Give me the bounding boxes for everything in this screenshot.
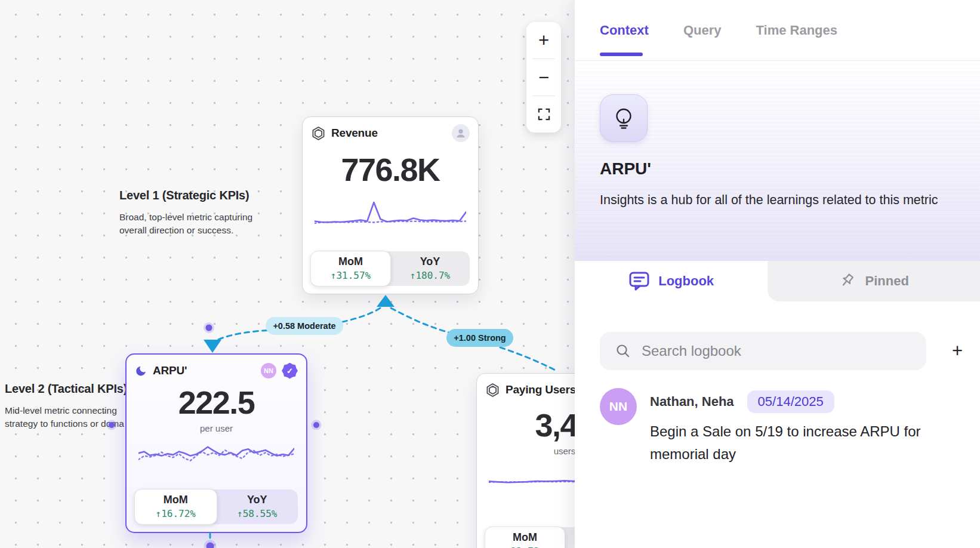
verified-badge-icon: ✓ bbox=[282, 363, 298, 379]
logbook-entry[interactable]: NN Nathan, Neha 05/14/2025 Begin a Sale … bbox=[575, 388, 980, 466]
zoom-out-button[interactable]: − bbox=[526, 59, 561, 96]
hexagon-icon bbox=[311, 126, 326, 141]
card-title: Revenue bbox=[331, 127, 378, 140]
card-title: ARPU' bbox=[153, 364, 187, 377]
mom-stat[interactable]: MoM ↑16.72% bbox=[134, 489, 217, 525]
panel-tab-bar: Context Query Time Ranges bbox=[575, 0, 980, 61]
search-icon bbox=[615, 343, 631, 359]
mom-stat[interactable]: MoM ↑31.57% bbox=[310, 251, 391, 287]
level-2-description: Mid-level metric connecting strategy to … bbox=[5, 404, 131, 430]
metric-context-hero: ARPU' Insights is a hub for all of the l… bbox=[575, 61, 980, 261]
metric-value: 3,49 bbox=[485, 408, 575, 442]
tab-time-ranges[interactable]: Time Ranges bbox=[756, 0, 837, 60]
metric-value: 222.5 bbox=[135, 385, 298, 420]
owner-avatar-badge: NN bbox=[261, 363, 276, 378]
yoy-stat[interactable] bbox=[565, 527, 575, 548]
arpu-sparkline bbox=[138, 438, 294, 469]
card-title: Paying Users' bbox=[506, 383, 575, 396]
metric-unit: per user bbox=[135, 423, 298, 433]
fit-view-button[interactable] bbox=[526, 96, 561, 133]
pinned-tab-label: Pinned bbox=[865, 273, 908, 289]
level-2-title: Level 2 (Tactical KPIs) bbox=[5, 382, 131, 396]
metric-card-paying-users[interactable]: Paying Users' 3,49 users MoM ↑12.72% bbox=[476, 373, 575, 548]
tab-pinned[interactable]: Pinned bbox=[768, 261, 980, 301]
zoom-toolbar: + − bbox=[526, 22, 561, 133]
context-panel: Context Query Time Ranges ARPU' Insights… bbox=[575, 0, 980, 548]
zoom-in-button[interactable]: + bbox=[526, 22, 561, 59]
correlation-label-strong[interactable]: +1.00 Strong bbox=[446, 329, 513, 347]
metric-card-revenue[interactable]: Revenue 776.8K MoM ↑31.57% YoY bbox=[302, 116, 479, 294]
level-1-description: Broad, top-level metric capturing overal… bbox=[119, 211, 263, 237]
logbook-tab-label: Logbook bbox=[658, 273, 714, 289]
metric-name-heading: ARPU' bbox=[600, 159, 651, 178]
level-2-annotation: Level 2 (Tactical KPIs) Mid-level metric… bbox=[5, 382, 131, 430]
logbook-search[interactable] bbox=[600, 332, 926, 370]
yoy-stat[interactable]: YoY ↑58.55% bbox=[217, 489, 298, 524]
fullscreen-icon bbox=[538, 108, 550, 121]
stat-toggle: MoM ↑31.57% YoY ↑180.7% bbox=[311, 251, 470, 286]
search-input[interactable] bbox=[640, 342, 914, 360]
tab-query[interactable]: Query bbox=[683, 0, 722, 60]
entry-text: Begin a Sale on 5/19 to increase ARPU fo… bbox=[650, 420, 963, 466]
moon-icon bbox=[135, 365, 147, 377]
correlation-label-moderate[interactable]: +0.58 Moderate bbox=[266, 317, 343, 335]
stat-toggle: MoM ↑12.72% bbox=[485, 527, 575, 548]
level-1-title: Level 1 (Strategic KPIs) bbox=[119, 189, 263, 202]
person-avatar-icon bbox=[452, 124, 470, 142]
tab-logbook[interactable]: Logbook bbox=[575, 261, 768, 301]
add-log-entry-button[interactable]: + bbox=[945, 339, 969, 363]
tab-context[interactable]: Context bbox=[600, 0, 649, 60]
level-1-annotation: Level 1 (Strategic KPIs) Broad, top-leve… bbox=[119, 189, 263, 237]
hexagon-icon bbox=[485, 383, 500, 398]
logbook-icon bbox=[628, 271, 650, 291]
insights-lightbulb-button[interactable] bbox=[600, 94, 648, 142]
mom-stat[interactable]: MoM ↑12.72% bbox=[485, 527, 565, 548]
logbook-search-row: + bbox=[575, 332, 980, 370]
pin-icon bbox=[839, 272, 856, 290]
yoy-stat[interactable]: YoY ↑180.7% bbox=[390, 251, 470, 286]
metric-card-arpu[interactable]: ARPU' NN ✓ 222.5 per user MoM ↑16.72% Yo… bbox=[125, 353, 307, 533]
metric-value: 776.8K bbox=[311, 152, 470, 187]
app-root: Level 1 (Strategic KPIs) Broad, top-leve… bbox=[0, 0, 980, 548]
metric-description: Insights is a hub for all of the learnin… bbox=[600, 189, 946, 211]
edge-arrow-into-revenue bbox=[377, 295, 395, 307]
paying-users-sparkline bbox=[489, 462, 575, 488]
metric-tree-canvas[interactable]: Level 1 (Strategic KPIs) Broad, top-leve… bbox=[0, 0, 575, 548]
entry-body: Nathan, Neha 05/14/2025 Begin a Sale on … bbox=[650, 388, 963, 466]
lightbulb-icon bbox=[612, 106, 636, 130]
entry-date-badge: 05/14/2025 bbox=[747, 390, 834, 413]
avatar: NN bbox=[600, 388, 637, 425]
logbook-tab-bar: Logbook Pinned bbox=[575, 261, 980, 301]
edge-arrow-into-arpu bbox=[204, 340, 221, 353]
metric-unit: users bbox=[485, 446, 575, 456]
stat-toggle: MoM ↑16.72% YoY ↑58.55% bbox=[135, 489, 298, 524]
entry-author: Nathan, Neha bbox=[650, 394, 734, 410]
revenue-sparkline bbox=[315, 195, 466, 230]
